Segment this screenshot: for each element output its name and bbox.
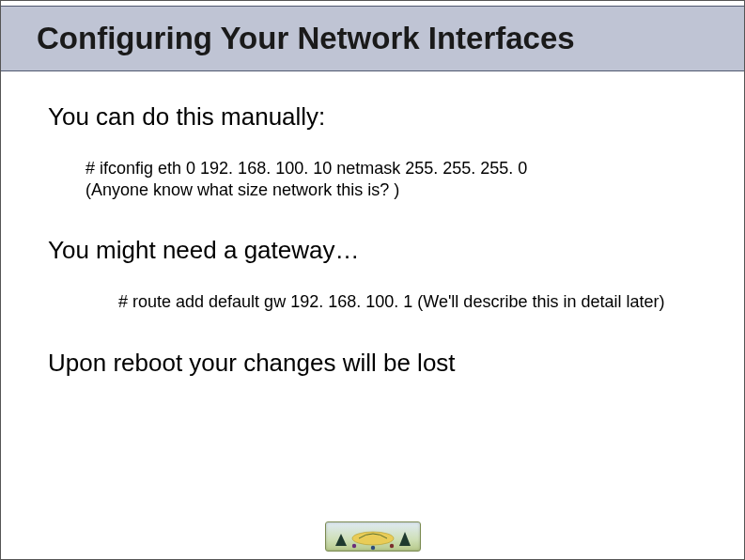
code-note: (Anyone know what size network this is? … [85,179,706,201]
slide: Configuring Your Network Interfaces You … [0,0,745,560]
slide-title: Configuring Your Network Interfaces [37,21,575,56]
svg-point-6 [389,544,393,548]
svg-point-4 [351,544,355,548]
heading-reboot: Upon reboot your changes will be lost [48,349,706,378]
code-line: # route add default gw 192. 168. 100. 1 [118,292,412,311]
code-line: # ifconfig eth 0 192. 168. 100. 10 netma… [85,158,706,179]
title-bar: Configuring Your Network Interfaces [1,6,744,71]
slide-content: You can do this manually: # ifconfig eth… [48,102,706,378]
logo-icon [326,522,420,551]
code-block-route: # route add default gw 192. 168. 100. 1 … [118,291,706,313]
code-note: (We'll describe this in detail later) [417,292,664,311]
heading-manual: You can do this manually: [48,102,706,132]
svg-point-5 [370,546,374,550]
svg-marker-1 [335,534,347,546]
svg-marker-2 [399,532,411,546]
code-block-ifconfig: # ifconfig eth 0 192. 168. 100. 10 netma… [85,158,706,200]
footer-logo [325,521,421,552]
heading-gateway: You might need a gateway… [48,236,706,265]
